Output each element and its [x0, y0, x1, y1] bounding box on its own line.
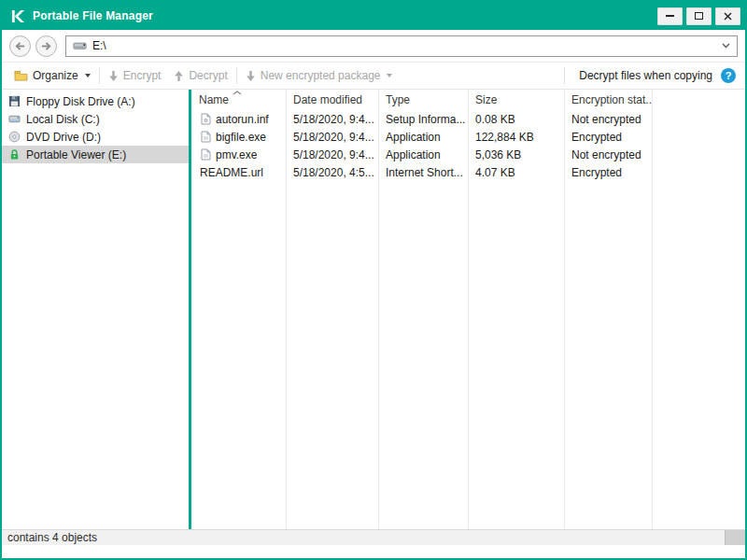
kaspersky-logo-icon: [10, 9, 24, 23]
file-size: 0.08 KB: [468, 113, 564, 126]
file-encryption-status: Not encrypted: [564, 113, 652, 126]
address-dropdown-icon[interactable]: [722, 43, 730, 49]
file-type: Application: [378, 148, 468, 161]
address-text: E:\: [92, 39, 106, 52]
sidebar-item-label: Local Disk (C:): [26, 113, 100, 126]
column-divider: [286, 90, 287, 529]
file-size: 122,884 KB: [468, 131, 564, 144]
title-bar[interactable]: Portable File Manager: [2, 2, 745, 30]
bottom-strip: [2, 545, 745, 558]
sort-ascending-icon: [233, 91, 242, 95]
file-size: 4.07 KB: [468, 166, 564, 179]
encrypt-arrow-down-icon: [108, 70, 119, 82]
toolbar-separator: [99, 67, 100, 84]
file-type: Application: [378, 131, 468, 144]
minimize-icon: [666, 15, 674, 17]
new-package-label: New encrypted package: [261, 69, 381, 82]
column-header-type[interactable]: Type: [378, 93, 468, 106]
decrypt-button[interactable]: Decrypt: [167, 63, 233, 89]
file-name: bigfile.exe: [216, 131, 266, 144]
file-date: 5/18/2020, 9:4...: [286, 131, 378, 144]
column-header-date-modified[interactable]: Date modified: [286, 93, 378, 106]
back-button[interactable]: [9, 35, 31, 57]
window-controls: [657, 7, 740, 25]
forward-button[interactable]: [35, 35, 57, 57]
maximize-button[interactable]: [686, 7, 712, 25]
address-bar[interactable]: E:\: [65, 35, 738, 57]
sidebar-item-portable-e[interactable]: Portable Viewer (E:): [2, 146, 189, 163]
folder-icon: [14, 70, 28, 81]
column-divider: [468, 90, 469, 529]
portable-file-manager-window: Portable File Manager E:\: [0, 0, 747, 560]
forward-arrow-icon: [40, 40, 52, 52]
application-file-icon: [200, 131, 211, 143]
decrypt-arrow-up-icon: [174, 70, 184, 82]
sidebar-item-dvd-d[interactable]: DVD Drive (D:): [2, 128, 189, 146]
setup-information-file-icon: [200, 113, 211, 125]
floppy-disk-icon: [7, 95, 21, 107]
status-bar: contains 4 objects: [2, 529, 745, 545]
file-type: Internet Short...: [378, 166, 468, 179]
encrypt-label: Encrypt: [123, 69, 162, 82]
sidebar-item-local-c[interactable]: Local Disk (C:): [2, 110, 189, 128]
toolbar-right-group: Decrypt files when copying ?: [562, 63, 740, 89]
organize-button[interactable]: Organize: [7, 63, 97, 89]
file-name: pmv.exe: [216, 148, 257, 161]
back-arrow-icon: [14, 40, 26, 52]
new-encrypted-package-button[interactable]: New encrypted package: [239, 63, 400, 89]
navigation-bar: E:\: [2, 30, 745, 63]
status-text: contains 4 objects: [7, 531, 97, 544]
decrypt-when-copying-label: Decrypt files when copying: [579, 69, 712, 82]
file-date: 5/18/2020, 4:5...: [286, 166, 378, 179]
file-encryption-status: Encrypted: [564, 166, 652, 179]
drive-sidebar: Floppy Disk Drive (A:) Local Disk (C:) D…: [2, 90, 189, 529]
organize-dropdown-icon: [85, 74, 91, 77]
column-header-encryption-status[interactable]: Encryption stat...: [564, 93, 652, 106]
application-file-icon: [200, 148, 211, 161]
file-name: README.url: [200, 166, 263, 179]
close-icon: [724, 12, 732, 21]
help-icon[interactable]: ?: [721, 68, 736, 83]
sidebar-item-label: DVD Drive (D:): [26, 131, 101, 144]
window-title: Portable File Manager: [33, 9, 153, 22]
drive-icon: [73, 40, 87, 51]
dvd-disc-icon: [7, 131, 21, 143]
close-button[interactable]: [715, 7, 740, 25]
content-area: Floppy Disk Drive (A:) Local Disk (C:) D…: [2, 90, 745, 529]
decrypt-label: Decrypt: [189, 69, 227, 82]
column-header-name[interactable]: Name: [191, 93, 286, 106]
file-list: Name Date modified Type Size Encryption …: [191, 90, 745, 529]
file-list-header: Name Date modified Type Size Encryption …: [191, 90, 745, 110]
new-package-dropdown-icon: [387, 74, 392, 77]
file-name: autorun.inf: [216, 113, 269, 126]
toolbar-separator: [236, 67, 237, 84]
column-divider: [564, 90, 565, 529]
column-divider: [652, 90, 653, 529]
toolbar-separator: [564, 67, 565, 84]
green-lock-icon: [7, 148, 21, 161]
file-encryption-status: Encrypted: [564, 131, 652, 144]
organize-label: Organize: [33, 69, 78, 82]
column-header-size[interactable]: Size: [468, 93, 564, 106]
sidebar-item-label: Portable Viewer (E:): [26, 148, 126, 161]
package-arrow-down-icon: [246, 70, 256, 82]
sidebar-item-floppy-a[interactable]: Floppy Disk Drive (A:): [2, 92, 189, 110]
hard-disk-icon: [7, 113, 21, 125]
resize-grip[interactable]: [725, 530, 745, 545]
maximize-icon: [695, 12, 703, 20]
file-size: 5,036 KB: [468, 148, 564, 161]
encrypt-button[interactable]: Encrypt: [102, 63, 168, 89]
minimize-button[interactable]: [657, 7, 683, 25]
toolbar: Organize Encrypt Decrypt New encrypted p…: [2, 63, 745, 90]
file-date: 5/18/2020, 9:4...: [286, 148, 378, 161]
file-encryption-status: Not encrypted: [564, 148, 652, 161]
sidebar-item-label: Floppy Disk Drive (A:): [26, 95, 135, 108]
column-divider: [378, 90, 379, 529]
file-type: Setup Informa...: [378, 113, 468, 126]
file-date: 5/18/2020, 9:4...: [286, 113, 378, 126]
